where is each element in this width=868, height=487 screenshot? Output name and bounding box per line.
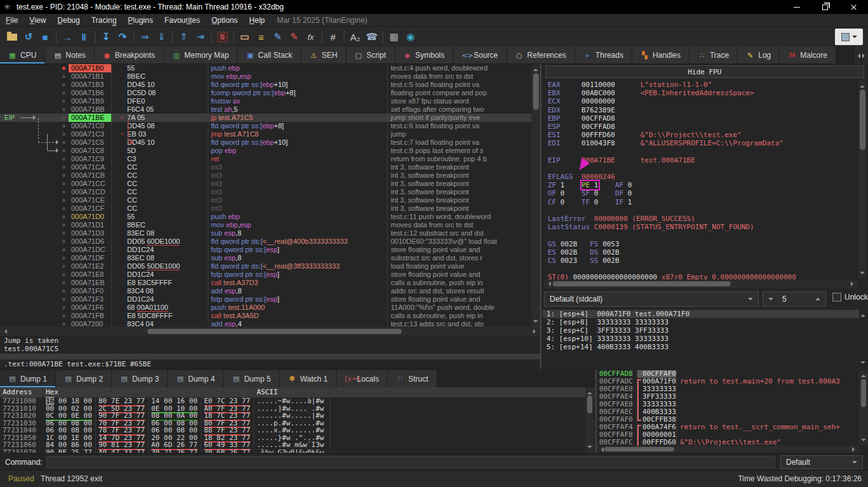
tab-trace[interactable]: ∴Trace xyxy=(689,47,738,63)
register-line[interactable]: LastError 00000000 (ERROR_SUCCESS) xyxy=(548,215,858,223)
label-button[interactable]: ✎ xyxy=(286,29,302,45)
stack-vscrollbar[interactable] xyxy=(859,370,868,446)
disasm-row[interactable]: 000A71CCCCint3int 3, software breakpoint xyxy=(0,180,541,188)
tab-threads[interactable]: »Threads xyxy=(575,47,632,63)
step-out-button[interactable]: ⇑ xyxy=(175,29,192,45)
scroll-thumb[interactable] xyxy=(860,90,865,150)
breakpoint-gutter[interactable] xyxy=(58,295,69,304)
function-fx-button[interactable]: fx xyxy=(302,29,319,45)
disasm-row[interactable]: 000A71C0DD45 08fld qword ptr ss:[ebp+8]t… xyxy=(0,122,541,130)
register-line[interactable]: EDX B762389E xyxy=(548,106,858,114)
register-line[interactable]: ST(0) 00000000000000000000 x87r0 Empty 0… xyxy=(548,273,858,280)
hide-fpu-button[interactable]: Hide FPU xyxy=(545,65,864,78)
register-line[interactable]: ESI 00FFFD60 &"D:\\Project\\test.exe" xyxy=(548,131,858,139)
disasm-row[interactable]: 000A71BBF6C4 05test ah,5set eflags after… xyxy=(0,105,541,114)
disasm-row[interactable]: 000A71E2DD05 50DE1000fld qword ptr ds:[<… xyxy=(0,262,541,270)
dump-row[interactable]: 7723104006 00 08 0078 7F 23 7706 00 08 0… xyxy=(0,427,595,434)
close-debuggee-button[interactable]: ■ xyxy=(37,29,53,45)
breakpoint-gutter[interactable] xyxy=(58,163,69,171)
tab-malcore[interactable]: MMalcore xyxy=(780,47,836,63)
menu-item-view[interactable]: V̲iew xyxy=(24,16,51,25)
scroll-thumb[interactable] xyxy=(587,396,592,413)
dump-tab-dump-3[interactable]: ▤Dump 3 xyxy=(112,370,168,387)
disasm-row[interactable]: 000A71FBE8 5DC8FFFFcall test.A3A5Dcalls … xyxy=(0,312,541,320)
tab-notes[interactable]: ▤Notes xyxy=(45,47,94,63)
command-input[interactable] xyxy=(46,456,775,469)
step-into-source-button[interactable]: ⇓ xyxy=(153,29,170,45)
register-line[interactable]: CF 0TF 0IF 1 xyxy=(548,198,858,206)
dump-row[interactable]: 7723100016 00 18 0080 7E 23 7714 00 16 0… xyxy=(0,397,595,405)
flag-zf[interactable]: ZF 1 xyxy=(548,181,581,189)
tab-source[interactable]: <>Source xyxy=(454,47,507,63)
comment-button[interactable]: ≡ xyxy=(253,29,269,45)
disasm-row[interactable]: 000A71B18BECmov ebp,espmoves data from s… xyxy=(0,72,541,81)
dump-row[interactable]: 7723106084 00 86 0090 81 23 77A0 6D 26 7… xyxy=(0,441,595,449)
breakpoint-gutter[interactable] xyxy=(58,229,69,237)
step-into-button[interactable]: ↧ xyxy=(98,29,114,45)
restore-button[interactable] xyxy=(811,0,839,14)
breakpoint-gutter[interactable] xyxy=(58,213,69,221)
scroll-down-icon[interactable] xyxy=(860,361,865,366)
disasm-row[interactable]: 000A71CDCCint3int 3, software breakpoint xyxy=(0,188,541,196)
disasm-row[interactable]: 000A71B055push ebptest.c:4 push word, do… xyxy=(0,64,541,72)
minimize-button[interactable] xyxy=(782,0,811,14)
tab-script[interactable]: ▢Script xyxy=(346,47,395,63)
register-line[interactable]: EBX 00ABC000 <PEB.InheritedAddressSpace> xyxy=(548,89,858,97)
scroll-thumb[interactable] xyxy=(533,73,539,110)
run-button[interactable]: → xyxy=(59,29,76,45)
breakpoint-gutter[interactable] xyxy=(58,130,69,138)
menu-item-plugins[interactable]: P̲lugins xyxy=(122,16,158,25)
registers-hscrollbar[interactable] xyxy=(544,280,858,288)
unlocked-checkbox[interactable] xyxy=(832,293,841,302)
dump-row[interactable]: 7723107090 BE 25 77A0 47 33 7730 21 26 7… xyxy=(0,449,595,453)
breakpoint-gutter[interactable] xyxy=(58,81,69,89)
dump-tab-dump-5[interactable]: ▤Dump 5 xyxy=(224,370,280,387)
disasm-row[interactable]: 000A71E8DD1C24fstp qword ptr ss:[esp]sto… xyxy=(0,270,541,279)
hex-group[interactable]: 14 00 16 00 xyxy=(149,397,201,405)
register-line[interactable]: LastStatus C0000139 (STATUS_ENTRYPOINT_N… xyxy=(548,223,858,231)
command-profile-select[interactable]: Default xyxy=(780,455,863,469)
layout-dropdown-button[interactable] xyxy=(835,29,863,45)
hex-group[interactable]: 84 00 86 00 xyxy=(43,441,96,449)
scroll-thumb[interactable] xyxy=(147,329,402,334)
breakpoint-gutter[interactable] xyxy=(58,97,69,105)
flag-if[interactable]: IF 1 xyxy=(615,198,649,206)
hex-group[interactable]: A0 47 33 77 xyxy=(96,449,149,453)
argument-row[interactable]: 4: [esp+10] 33333333 33333333 xyxy=(543,335,859,343)
calling-convention-select[interactable]: Default (stdcall) xyxy=(544,291,759,307)
register-line[interactable]: ES 002B DS 002B xyxy=(548,248,858,257)
dump-tab-dump-2[interactable]: ▤Dump 2 xyxy=(56,370,112,387)
disasm-row[interactable]: 000A71C85Dpop ebptest.c:8 pops last elem… xyxy=(0,147,541,155)
hex-group[interactable]: 30 21 26 77 xyxy=(149,449,201,453)
menu-item-file[interactable]: F̲ile xyxy=(0,16,24,25)
dump-tab-dump-1[interactable]: ▤Dump 1 xyxy=(0,370,56,387)
breakpoint-gutter[interactable] xyxy=(58,270,69,279)
argument-count-spinner[interactable]: 5 xyxy=(763,291,826,307)
hex-group[interactable]: 90 BE 25 77 xyxy=(43,449,96,453)
animate-into-button[interactable]: S xyxy=(214,29,231,45)
breakpoint-gutter[interactable] xyxy=(58,155,69,163)
dump-row[interactable]: 772310200C 00 0E 0090 7F 23 7708 00 0A 0… xyxy=(0,412,595,420)
tab-references[interactable]: ○References xyxy=(507,47,575,63)
breakpoint-gutter[interactable] xyxy=(58,171,69,180)
flag-of[interactable]: OF 0 xyxy=(548,189,581,197)
scroll-up-icon[interactable] xyxy=(860,312,865,317)
tab-memory-map[interactable]: ▥Memory Map xyxy=(164,47,238,63)
disasm-row[interactable]: 000A71BE7A 05jp test.A71C5jump short if … xyxy=(0,114,541,122)
tab-call-stack[interactable]: ▣Call Stack xyxy=(238,47,301,63)
stack-row[interactable]: 00CFFAD800CFFAF0 xyxy=(597,370,868,378)
ordinals-button[interactable]: # xyxy=(325,29,341,45)
highlight-button[interactable]: ✎ xyxy=(269,29,286,45)
breakpoint-gutter[interactable] xyxy=(58,188,69,196)
disasm-row[interactable]: 000A71B9DFE0fnstsw axstore x87 fpu statu… xyxy=(0,97,541,105)
scroll-thumb[interactable] xyxy=(861,379,866,407)
register-line[interactable]: EDI 010043F8 &"ALLUSERSPROFILE=C:\\Progr… xyxy=(548,139,858,147)
disasm-row[interactable]: 000A71F083C4 08add esp,8adds src and dst… xyxy=(0,287,541,295)
register-line[interactable]: EAX 00110000 L"station-l1-1-0" xyxy=(548,81,858,89)
registers-vscrollbar[interactable] xyxy=(858,81,867,279)
disasm-row[interactable]: 000A71CACCint3int 3, software breakpoint xyxy=(0,163,541,171)
hex-group[interactable]: 90 7F 23 77 xyxy=(96,412,149,420)
breakpoint-gutter[interactable] xyxy=(58,221,69,229)
hex-group[interactable]: 16 00 18 00 xyxy=(43,397,96,405)
register-line[interactable]: ESP 00CFFAD8 xyxy=(548,123,858,131)
